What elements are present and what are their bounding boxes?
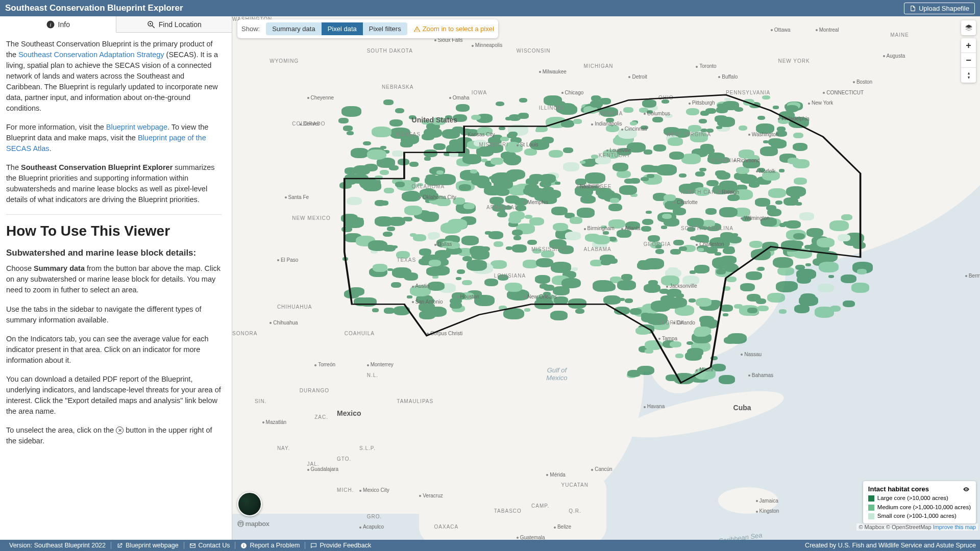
main: i Info Find Location The Southeast Conse… bbox=[0, 16, 980, 540]
svg-line-3 bbox=[152, 26, 155, 28]
link-secas[interactable]: Southeast Conservation Adaptation Strate… bbox=[18, 51, 164, 59]
subwatershed-heading: Subwatershed and marine lease block deta… bbox=[6, 247, 222, 260]
howto-p2: Use the tabs in the sidebar to navigate … bbox=[6, 304, 222, 325]
svg-rect-7 bbox=[243, 544, 244, 544]
howto-heading: How To Use This Viewer bbox=[6, 221, 222, 242]
svg-rect-6 bbox=[243, 545, 244, 547]
legend: Intact habitat cores Large core (>10,000… bbox=[863, 481, 976, 523]
compass-button[interactable] bbox=[961, 68, 976, 83]
howto-p4: You can download a detailed PDF report o… bbox=[6, 374, 222, 417]
legend-label: Small core (>100-1,000 acres) bbox=[877, 513, 957, 519]
footer-link[interactable]: Report a Problem bbox=[235, 542, 305, 549]
divider bbox=[6, 214, 222, 215]
footer-link[interactable]: Provide Feedback bbox=[305, 542, 376, 549]
howto-p5: To unselect the area, click on the ✕ but… bbox=[6, 425, 222, 446]
footer: Version: Southeast Blueprint 2022 Bluepr… bbox=[0, 540, 980, 551]
footer-left: Version: Southeast Blueprint 2022 Bluepr… bbox=[4, 542, 376, 549]
zoom-hint: Zoom in to select a pixel bbox=[413, 25, 494, 33]
svg-point-4 bbox=[150, 23, 151, 24]
mode-pixel-filters[interactable]: Pixel filters bbox=[363, 22, 407, 35]
app-header: Southeast Conservation Blueprint Explore… bbox=[0, 0, 980, 16]
legend-title: Intact habitat cores bbox=[868, 485, 929, 493]
sidebar-content[interactable]: The Southeast Conservation Blueprint is … bbox=[0, 33, 232, 540]
footer-credit: Created by U.S. Fish and Wildlife Servic… bbox=[805, 542, 976, 549]
footer-version: Version: Southeast Blueprint 2022 bbox=[4, 542, 111, 549]
legend-item: Large core (>10,000 acres) bbox=[868, 495, 971, 502]
footer-link[interactable]: Contact Us bbox=[184, 542, 236, 549]
file-icon bbox=[910, 5, 916, 12]
tab-info[interactable]: i Info bbox=[0, 16, 116, 33]
mail-icon bbox=[189, 542, 196, 549]
intro-p1: The Southeast Conservation Blueprint is … bbox=[6, 39, 222, 114]
map-canvas[interactable]: WASHINGTONMONTANANORTH DAKOTAMINNESOTASO… bbox=[232, 16, 980, 540]
legend-item: Medium core (>1,000-10,000 acres) bbox=[868, 504, 971, 511]
legend-label: Large core (>10,000 acres) bbox=[877, 495, 948, 502]
legend-swatch bbox=[868, 513, 874, 519]
external-icon bbox=[116, 542, 123, 549]
info-icon bbox=[240, 542, 247, 549]
howto-p1: Choose Summary data from the button bar … bbox=[6, 263, 222, 295]
mapbox-logo: ⓜ mapbox bbox=[237, 519, 269, 529]
tab-find-location[interactable]: Find Location bbox=[116, 16, 232, 32]
intro-p2: For more information, visit the Blueprin… bbox=[6, 122, 222, 154]
legend-label: Medium core (>1,000-10,000 acres) bbox=[877, 504, 971, 511]
mode-summary[interactable]: Summary data bbox=[266, 22, 322, 35]
map-attribution: © Mapbox © OpenStreetMap Improve this ma… bbox=[856, 523, 978, 531]
compass-icon bbox=[965, 71, 973, 80]
warning-icon bbox=[413, 26, 421, 33]
app-title: Southeast Conservation Blueprint Explore… bbox=[5, 3, 183, 13]
improve-map-link[interactable]: Improve this map bbox=[933, 524, 976, 530]
mode-pixel-data[interactable]: Pixel data bbox=[322, 22, 363, 35]
sidebar: i Info Find Location The Southeast Conse… bbox=[0, 16, 232, 540]
show-label: Show: bbox=[241, 25, 260, 33]
zoom-out-button[interactable]: − bbox=[961, 53, 976, 68]
footer-link[interactable]: Blueprint webpage bbox=[111, 542, 184, 549]
layers-button[interactable] bbox=[961, 20, 976, 35]
link-blueprint-webpage[interactable]: Blueprint webpage bbox=[106, 123, 167, 131]
info-icon: i bbox=[46, 20, 55, 29]
mode-control-bar: Show: Summary data Pixel data Pixel filt… bbox=[237, 19, 498, 38]
mode-toggle: Summary data Pixel data Pixel filters bbox=[266, 22, 407, 35]
intro-p3: The Southeast Conservation Blueprint Exp… bbox=[6, 162, 222, 205]
map-controls: + − bbox=[961, 20, 976, 83]
legend-swatch bbox=[868, 505, 874, 511]
close-icon: ✕ bbox=[116, 427, 124, 434]
upload-shapefile-button[interactable]: Upload Shapefile bbox=[904, 3, 975, 14]
legend-swatch bbox=[868, 495, 874, 502]
sidebar-tabs: i Info Find Location bbox=[0, 16, 232, 33]
study-area-outline bbox=[232, 16, 980, 540]
legend-item: Small core (>100-1,000 acres) bbox=[868, 513, 971, 519]
layers-icon bbox=[965, 24, 973, 32]
map[interactable]: WASHINGTONMONTANANORTH DAKOTAMINNESOTASO… bbox=[232, 16, 980, 540]
chat-icon bbox=[310, 542, 317, 549]
upload-label: Upload Shapefile bbox=[919, 5, 969, 12]
search-location-icon bbox=[146, 20, 156, 29]
eye-icon[interactable] bbox=[962, 486, 971, 493]
globe-toggle[interactable] bbox=[237, 492, 262, 516]
svg-text:i: i bbox=[50, 21, 51, 27]
zoom-in-button[interactable]: + bbox=[961, 38, 976, 53]
howto-p3: On the Indicators tab, you can see the a… bbox=[6, 334, 222, 366]
